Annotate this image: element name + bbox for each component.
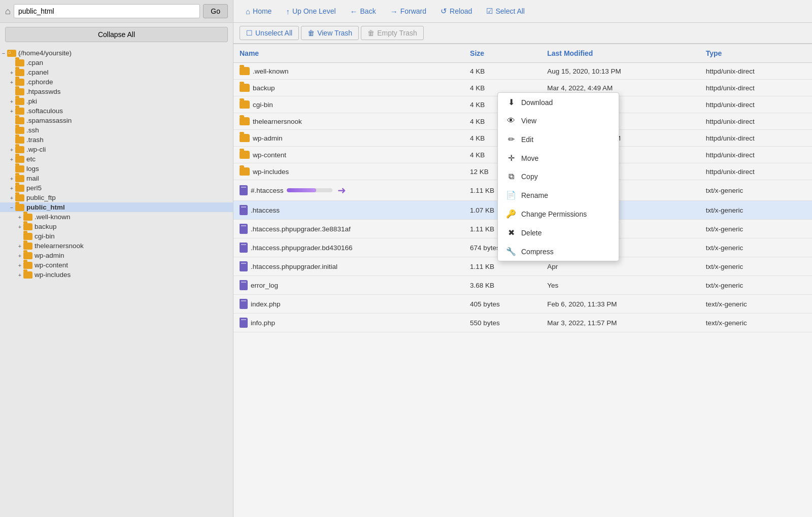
tree-item-pki[interactable]: +.pki — [0, 96, 233, 106]
tree-toggle-wp-content[interactable]: + — [16, 262, 23, 268]
view-trash-button[interactable]: 🗑 View Trash — [301, 26, 359, 40]
folder-icon-public_ftp — [15, 194, 24, 201]
file-name-cell[interactable]: thelearnersnook — [233, 113, 464, 130]
tree-item-wp-includes[interactable]: +wp-includes — [0, 270, 233, 280]
go-button[interactable]: Go — [203, 4, 228, 18]
file-name-cell[interactable]: wp-includes — [233, 163, 464, 180]
context-menu-item-compress[interactable]: 🔧Compress — [498, 242, 619, 261]
context-menu-item-copy[interactable]: ⧉Copy — [498, 167, 619, 186]
context-menu-item-change-permissions[interactable]: 🔑Change Permissions — [498, 204, 619, 223]
tree-item-logs[interactable]: logs — [0, 164, 233, 174]
col-name[interactable]: Name — [233, 44, 464, 63]
context-menu-item-edit[interactable]: ✏Edit — [498, 130, 619, 149]
table-row[interactable]: info.php550 bytesMar 3, 2022, 11:57 PMte… — [233, 314, 812, 332]
file-name-cell[interactable]: #.htaccess➜ — [233, 180, 464, 201]
col-type[interactable]: Type — [700, 44, 812, 63]
tree-toggle-cpanel[interactable]: + — [8, 70, 15, 76]
tree-toggle-wp-admin[interactable]: + — [16, 253, 23, 259]
tree-item-trash[interactable]: .trash — [0, 135, 233, 145]
file-name-cell[interactable]: wp-admin — [233, 130, 464, 147]
table-row[interactable]: error_log3.68 KBYestxt/x-generic — [233, 276, 812, 295]
tree-item-wp-admin[interactable]: +wp-admin — [0, 251, 233, 260]
file-name-cell[interactable]: .htaccess.phpupgrader.3e8831af — [233, 220, 464, 238]
tree-item-wellknown[interactable]: +.well-known — [0, 212, 233, 222]
unselect-all-button[interactable]: ☐ Unselect All — [240, 26, 299, 40]
context-menu-item-delete[interactable]: ✖Delete — [498, 223, 619, 242]
tree-item-cgibin[interactable]: cgi-bin — [0, 231, 233, 241]
tree-toggle-thelearnersnook[interactable]: + — [16, 243, 23, 249]
file-type-cell: txt/x-generic — [700, 238, 812, 257]
folder-icon-logs — [15, 165, 24, 173]
path-input[interactable] — [14, 4, 200, 18]
tree-item-thelearnersnook[interactable]: +thelearnersnook — [0, 241, 233, 251]
up-one-level-button[interactable]: ↑ Up One Level — [280, 5, 342, 18]
ctx-menu-label: Delete — [521, 229, 542, 237]
file-name-cell[interactable]: index.php — [233, 295, 464, 314]
col-size[interactable]: Size — [464, 44, 541, 63]
file-name-cell[interactable]: backup — [233, 80, 464, 96]
tree-toggle-public_html[interactable]: − — [8, 204, 15, 211]
file-type-cell: httpd/unix-direct — [700, 163, 812, 180]
tree-label-cpanel: .cpanel — [26, 68, 49, 76]
context-menu-item-view[interactable]: 👁View — [498, 112, 619, 130]
tree-toggle-pki[interactable]: + — [8, 98, 15, 105]
tree-toggle-wpcli[interactable]: + — [8, 147, 15, 153]
tree-item-spamassassin[interactable]: .spamassassin — [0, 116, 233, 125]
file-icon — [240, 243, 248, 253]
back-button[interactable]: ← Back — [344, 5, 382, 18]
tree-toggle-public_ftp[interactable]: + — [8, 195, 15, 201]
tree-label-mail: mail — [26, 175, 39, 182]
forward-button[interactable]: → Forward — [384, 5, 432, 18]
tree-toggle-wellknown[interactable]: + — [16, 214, 23, 220]
home-button[interactable]: ⌂ Home — [240, 5, 278, 18]
tree-item-perl5[interactable]: +perl5 — [0, 183, 233, 193]
context-menu-item-download[interactable]: ⬇Download — [498, 93, 619, 112]
tree-toggle-cphorde[interactable]: + — [8, 79, 15, 85]
tree-toggle-wp-includes[interactable]: + — [16, 272, 23, 278]
table-row[interactable]: .well-known4 KBAug 15, 2020, 10:13 PMhtt… — [233, 63, 812, 80]
ctx-menu-label: Rename — [521, 191, 548, 199]
file-name-cell[interactable]: wp-content — [233, 147, 464, 163]
file-name: index.php — [251, 300, 281, 308]
tree-item-cphorde[interactable]: +.cphorde — [0, 77, 233, 87]
tree-item-cpan[interactable]: .cpan — [0, 58, 233, 67]
tree-item-public_html[interactable]: −public_html — [0, 202, 233, 212]
tree-toggle-perl5[interactable]: + — [8, 185, 15, 191]
file-name-cell[interactable]: cgi-bin — [233, 96, 464, 113]
context-menu-item-move[interactable]: ✛Move — [498, 149, 619, 167]
tree-item-wpcli[interactable]: +.wp-cli — [0, 145, 233, 154]
tree-item-backup[interactable]: +backup — [0, 222, 233, 231]
empty-trash-button[interactable]: 🗑 Empty Trash — [361, 26, 424, 40]
select-all-button[interactable]: ☑ Select All — [480, 4, 531, 18]
tree-item-root[interactable]: −(/home4/yoursite) — [0, 48, 233, 58]
file-name-cell[interactable]: .htaccess — [233, 201, 464, 220]
tree-label-htpasswds: .htpasswds — [26, 88, 61, 95]
tree-toggle-backup[interactable]: + — [16, 224, 23, 230]
tree-item-public_ftp[interactable]: +public_ftp — [0, 193, 233, 202]
reload-button[interactable]: ↺ Reload — [434, 4, 478, 18]
tree-item-htpasswds[interactable]: .htpasswds — [0, 87, 233, 96]
tree-toggle-softaculous[interactable]: + — [8, 108, 15, 114]
file-name-cell[interactable]: error_log — [233, 276, 464, 295]
collapse-all-button[interactable]: Collapse All — [5, 27, 228, 42]
context-menu-item-rename[interactable]: 📄Rename — [498, 186, 619, 204]
file-name-cell[interactable]: .well-known — [233, 63, 464, 80]
tree-item-ssh[interactable]: .ssh — [0, 125, 233, 135]
tree-toggle-root[interactable]: − — [0, 50, 7, 56]
tree-item-mail[interactable]: +mail — [0, 174, 233, 183]
col-modified[interactable]: Last Modified — [541, 44, 700, 63]
tree-label-ssh: .ssh — [26, 126, 39, 134]
tree-item-softaculous[interactable]: +.softaculous — [0, 106, 233, 116]
tree-toggle-etc[interactable]: + — [8, 156, 15, 162]
file-modified-cell: Yes — [541, 276, 700, 295]
table-row[interactable]: index.php405 bytesFeb 6, 2020, 11:33 PMt… — [233, 295, 812, 314]
file-name-cell[interactable]: .htaccess.phpupgrader.bd430166 — [233, 238, 464, 257]
folder-icon-cpanel — [15, 69, 24, 76]
tree-toggle-mail[interactable]: + — [8, 176, 15, 182]
file-name: .well-known — [253, 67, 289, 75]
file-name-cell[interactable]: .htaccess.phpupgrader.initial — [233, 257, 464, 276]
file-name-cell[interactable]: info.php — [233, 314, 464, 332]
tree-item-cpanel[interactable]: +.cpanel — [0, 67, 233, 77]
tree-item-wp-content[interactable]: +wp-content — [0, 260, 233, 270]
tree-item-etc[interactable]: +etc — [0, 154, 233, 164]
